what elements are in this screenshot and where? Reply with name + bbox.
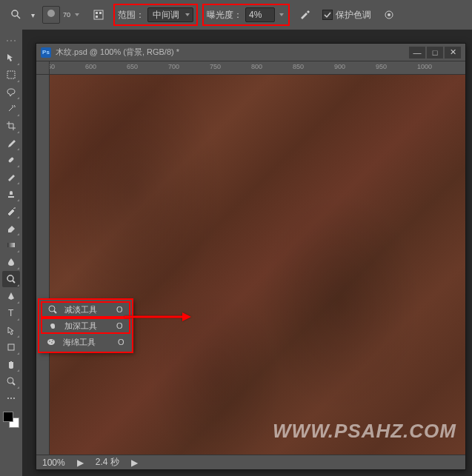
svg-point-10 [10,40,12,41]
ruler-tick: 550 [50,63,55,70]
color-swatches[interactable] [3,412,19,428]
ruler-tick: 650 [127,63,138,70]
flyout-burn[interactable]: 加深工具 O [41,318,130,334]
dodge-icon [47,304,59,315]
heal-tool[interactable] [2,152,20,168]
flyout-dodge[interactable]: 减淡工具 O [41,301,130,318]
svg-text:T: T [8,308,14,318]
grip-icon[interactable] [2,33,20,49]
eyedropper-tool[interactable] [2,135,20,151]
brush-dropdown-icon[interactable] [73,6,81,24]
exposure-input[interactable]: 4% [245,7,275,22]
shape-tool[interactable] [2,339,20,355]
svg-point-22 [10,398,12,399]
dodge-tool[interactable] [2,271,20,287]
flyout-key: O [118,338,124,346]
svg-rect-18 [8,344,14,350]
svg-point-0 [12,10,18,16]
brush-size-value: 70 [63,11,70,19]
move-tool[interactable] [2,50,20,66]
crop-tool[interactable] [2,118,20,134]
tablet-pressure-icon[interactable] [379,6,399,24]
exposure-value: 4% [249,10,262,20]
pen-tool[interactable] [2,288,20,304]
titlebar[interactable]: Ps 木纹.psd @ 100% (背景, RGB/8) * — □ ✕ [36,44,465,61]
airbrush-icon[interactable] [294,6,315,24]
svg-point-26 [47,339,55,345]
brush-preset-group[interactable]: 70 [39,4,84,25]
svg-rect-3 [94,10,103,19]
wand-tool[interactable] [2,101,20,117]
brush-panel-icon[interactable] [88,6,109,24]
ruler-origin[interactable] [36,61,50,75]
brush-tool[interactable] [2,169,20,185]
eraser-tool[interactable] [2,220,20,236]
ruler-vertical[interactable] [36,75,50,455]
flyout-key: O [116,321,123,330]
maximize-button[interactable]: □ [427,47,443,58]
svg-point-19 [7,378,13,383]
range-dropdown[interactable]: 中间调 [147,7,193,22]
exposure-highlight: 曝光度： 4% [202,4,290,26]
foreground-swatch[interactable] [3,412,13,422]
ruler-tick: 600 [85,63,96,70]
svg-point-9 [7,40,8,41]
flyout-label: 减淡工具 [64,304,97,315]
svg-line-1 [17,16,20,19]
flyout-key: O [116,305,123,314]
lasso-tool[interactable] [2,84,20,100]
protect-tones-group[interactable]: 保护色调 [319,7,374,23]
zoom-tool[interactable] [2,373,20,389]
canvas[interactable]: WWW.PSAHZ.COM [50,75,465,455]
workspace-bg: Ps 木纹.psd @ 100% (背景, RGB/8) * — □ ✕ 550… [22,30,472,476]
svg-point-8 [388,13,390,16]
svg-point-21 [7,398,9,399]
flyout-label: 加深工具 [64,321,97,332]
ruler-tick: 700 [168,63,179,70]
edit-toolbar-icon[interactable] [2,390,20,406]
close-button[interactable]: ✕ [445,47,461,58]
ps-icon: Ps [41,47,51,58]
svg-rect-12 [7,71,15,78]
watermark-text: WWW.PSAHZ.COM [273,420,456,443]
canvas-area: 5506006507007508008509009501000 WWW.PSAH… [36,61,465,455]
status-chevron[interactable]: ▶ [131,457,138,468]
zoom-level[interactable]: 100% [42,457,65,468]
tool-preset-icon[interactable] [6,6,27,24]
status-info[interactable]: ▶ [77,457,84,468]
ruler-horizontal[interactable]: 5506006507007508008509009501000 [50,61,465,75]
gradient-tool[interactable] [2,237,20,253]
svg-line-20 [13,383,15,385]
svg-point-27 [49,341,50,342]
svg-rect-5 [99,12,102,14]
burn-icon [47,320,59,332]
flyout-label: 海绵工具 [63,337,99,348]
type-tool[interactable]: T [2,305,20,321]
ruler-tick: 1000 [417,63,432,70]
history-brush-tool[interactable] [2,203,20,219]
path-select-tool[interactable] [2,322,20,338]
status-bar: 100% ▶ 2.4 秒 ▶ [36,455,465,469]
protect-label: 保护色调 [336,9,371,21]
sponge-icon [45,336,57,348]
svg-rect-14 [7,243,15,247]
brush-preview-icon [42,6,60,24]
protect-checkbox[interactable] [322,10,333,20]
svg-rect-4 [96,12,98,14]
flyout-sponge[interactable]: 海绵工具 O [39,334,132,350]
annotation-arrow [124,309,191,326]
hand-tool[interactable] [2,356,20,372]
svg-line-16 [13,281,15,283]
svg-marker-31 [182,312,191,321]
toolbox: T [0,30,22,474]
ruler-tick: 950 [376,63,387,70]
blur-tool[interactable] [2,254,20,270]
minimize-button[interactable]: — [409,47,425,58]
stamp-tool[interactable] [2,186,20,202]
ruler-tick: 900 [334,63,345,70]
marquee-tool[interactable] [2,67,20,83]
document-title: 木纹.psd @ 100% (背景, RGB/8) * [56,47,405,58]
exposure-label: 曝光度： [207,9,242,21]
svg-point-2 [47,10,55,17]
exposure-slider-icon[interactable] [278,6,285,24]
